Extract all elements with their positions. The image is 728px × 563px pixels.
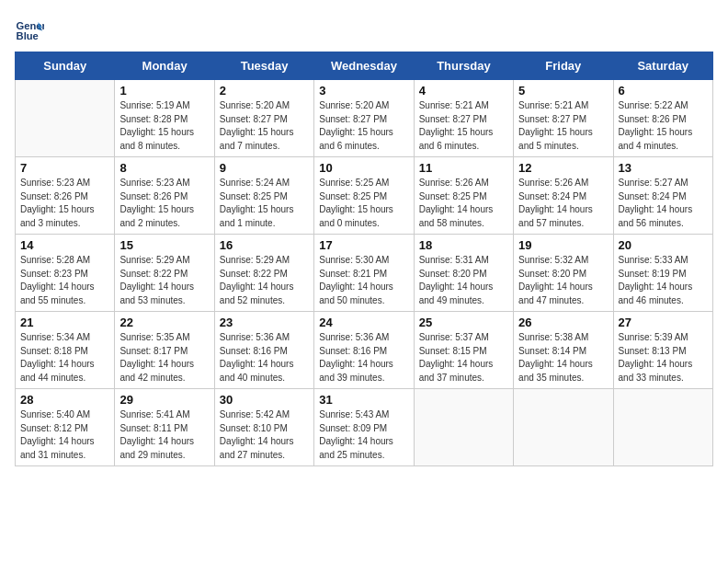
- calendar-cell: 27Sunrise: 5:39 AM Sunset: 8:13 PM Dayli…: [613, 312, 712, 389]
- calendar-cell: 15Sunrise: 5:29 AM Sunset: 8:22 PM Dayli…: [115, 235, 214, 312]
- calendar-cell: 10Sunrise: 5:25 AM Sunset: 8:25 PM Dayli…: [314, 157, 414, 235]
- calendar-cell: 4Sunrise: 5:21 AM Sunset: 8:27 PM Daylig…: [414, 80, 513, 157]
- calendar-cell: 13Sunrise: 5:27 AM Sunset: 8:24 PM Dayli…: [613, 157, 712, 235]
- day-info: Sunrise: 5:23 AM Sunset: 8:26 PM Dayligh…: [119, 177, 209, 230]
- logo-icon: General Blue: [15, 15, 44, 44]
- calendar-cell: 8Sunrise: 5:23 AM Sunset: 8:26 PM Daylig…: [115, 157, 214, 235]
- day-number: 8: [119, 161, 209, 175]
- day-number: 13: [619, 161, 708, 175]
- day-info: Sunrise: 5:22 AM Sunset: 8:26 PM Dayligh…: [619, 99, 708, 153]
- day-number: 28: [20, 393, 109, 407]
- calendar-cell: 29Sunrise: 5:41 AM Sunset: 8:11 PM Dayli…: [115, 389, 214, 466]
- weekday-header-monday: Monday: [115, 52, 214, 80]
- page-header: General Blue: [15, 15, 713, 44]
- day-number: 24: [319, 316, 408, 329]
- day-info: Sunrise: 5:27 AM Sunset: 8:24 PM Dayligh…: [619, 177, 708, 230]
- weekday-header-tuesday: Tuesday: [214, 52, 313, 80]
- day-info: Sunrise: 5:40 AM Sunset: 8:12 PM Dayligh…: [20, 408, 109, 462]
- calendar-table: SundayMondayTuesdayWednesdayThursdayFrid…: [15, 52, 713, 466]
- day-number: 25: [419, 316, 508, 329]
- day-info: Sunrise: 5:42 AM Sunset: 8:10 PM Dayligh…: [220, 408, 309, 462]
- calendar-cell: [514, 389, 613, 466]
- calendar-week-2: 7Sunrise: 5:23 AM Sunset: 8:26 PM Daylig…: [16, 157, 713, 235]
- calendar-cell: 14Sunrise: 5:28 AM Sunset: 8:23 PM Dayli…: [16, 235, 115, 312]
- calendar-cell: [16, 80, 115, 157]
- day-number: 12: [518, 161, 608, 175]
- day-number: 3: [319, 84, 408, 98]
- calendar-cell: 1Sunrise: 5:19 AM Sunset: 8:28 PM Daylig…: [115, 80, 214, 157]
- day-info: Sunrise: 5:39 AM Sunset: 8:13 PM Dayligh…: [619, 331, 708, 385]
- calendar-cell: 6Sunrise: 5:22 AM Sunset: 8:26 PM Daylig…: [613, 80, 712, 157]
- day-number: 4: [419, 84, 508, 98]
- calendar-cell: 28Sunrise: 5:40 AM Sunset: 8:12 PM Dayli…: [16, 389, 115, 466]
- day-number: 18: [419, 238, 508, 252]
- day-info: Sunrise: 5:41 AM Sunset: 8:11 PM Dayligh…: [119, 408, 209, 462]
- calendar-week-3: 14Sunrise: 5:28 AM Sunset: 8:23 PM Dayli…: [16, 235, 713, 312]
- day-number: 1: [119, 84, 209, 98]
- day-info: Sunrise: 5:20 AM Sunset: 8:27 PM Dayligh…: [319, 99, 408, 153]
- calendar-cell: 7Sunrise: 5:23 AM Sunset: 8:26 PM Daylig…: [16, 157, 115, 235]
- day-number: 17: [319, 238, 408, 252]
- day-number: 2: [220, 84, 309, 98]
- calendar-cell: 20Sunrise: 5:33 AM Sunset: 8:19 PM Dayli…: [613, 235, 712, 312]
- day-info: Sunrise: 5:31 AM Sunset: 8:20 PM Dayligh…: [419, 254, 508, 307]
- day-info: Sunrise: 5:36 AM Sunset: 8:16 PM Dayligh…: [319, 331, 408, 385]
- day-info: Sunrise: 5:43 AM Sunset: 8:09 PM Dayligh…: [319, 408, 408, 462]
- day-info: Sunrise: 5:23 AM Sunset: 8:26 PM Dayligh…: [20, 177, 109, 230]
- svg-text:Blue: Blue: [17, 30, 39, 41]
- calendar-cell: 30Sunrise: 5:42 AM Sunset: 8:10 PM Dayli…: [214, 389, 313, 466]
- day-number: 10: [319, 161, 408, 175]
- calendar-cell: 31Sunrise: 5:43 AM Sunset: 8:09 PM Dayli…: [314, 389, 414, 466]
- calendar-cell: 17Sunrise: 5:30 AM Sunset: 8:21 PM Dayli…: [314, 235, 414, 312]
- day-number: 14: [20, 238, 109, 252]
- day-info: Sunrise: 5:29 AM Sunset: 8:22 PM Dayligh…: [119, 254, 209, 307]
- weekday-header-wednesday: Wednesday: [314, 52, 414, 80]
- day-info: Sunrise: 5:37 AM Sunset: 8:15 PM Dayligh…: [419, 331, 508, 385]
- weekday-header-friday: Friday: [514, 52, 613, 80]
- calendar-cell: 9Sunrise: 5:24 AM Sunset: 8:25 PM Daylig…: [214, 157, 313, 235]
- day-number: 27: [619, 316, 708, 329]
- day-number: 30: [220, 393, 309, 407]
- calendar-week-4: 21Sunrise: 5:34 AM Sunset: 8:18 PM Dayli…: [16, 312, 713, 389]
- day-number: 9: [220, 161, 309, 175]
- day-info: Sunrise: 5:21 AM Sunset: 8:27 PM Dayligh…: [419, 99, 508, 153]
- calendar-week-5: 28Sunrise: 5:40 AM Sunset: 8:12 PM Dayli…: [16, 389, 713, 466]
- day-number: 5: [518, 84, 608, 98]
- calendar-cell: 18Sunrise: 5:31 AM Sunset: 8:20 PM Dayli…: [414, 235, 513, 312]
- calendar-cell: 19Sunrise: 5:32 AM Sunset: 8:20 PM Dayli…: [514, 235, 613, 312]
- day-number: 11: [419, 161, 508, 175]
- calendar-cell: 23Sunrise: 5:36 AM Sunset: 8:16 PM Dayli…: [214, 312, 313, 389]
- calendar-cell: 22Sunrise: 5:35 AM Sunset: 8:17 PM Dayli…: [115, 312, 214, 389]
- day-info: Sunrise: 5:19 AM Sunset: 8:28 PM Dayligh…: [119, 99, 209, 153]
- calendar-cell: 11Sunrise: 5:26 AM Sunset: 8:25 PM Dayli…: [414, 157, 513, 235]
- calendar-cell: 26Sunrise: 5:38 AM Sunset: 8:14 PM Dayli…: [514, 312, 613, 389]
- day-info: Sunrise: 5:29 AM Sunset: 8:22 PM Dayligh…: [220, 254, 309, 307]
- calendar-cell: 3Sunrise: 5:20 AM Sunset: 8:27 PM Daylig…: [314, 80, 414, 157]
- day-info: Sunrise: 5:33 AM Sunset: 8:19 PM Dayligh…: [619, 254, 708, 307]
- calendar-cell: 5Sunrise: 5:21 AM Sunset: 8:27 PM Daylig…: [514, 80, 613, 157]
- calendar-cell: 25Sunrise: 5:37 AM Sunset: 8:15 PM Dayli…: [414, 312, 513, 389]
- day-number: 20: [619, 238, 708, 252]
- day-info: Sunrise: 5:34 AM Sunset: 8:18 PM Dayligh…: [20, 331, 109, 385]
- day-number: 21: [20, 316, 109, 329]
- day-info: Sunrise: 5:21 AM Sunset: 8:27 PM Dayligh…: [518, 99, 608, 153]
- weekday-header-thursday: Thursday: [414, 52, 513, 80]
- day-info: Sunrise: 5:28 AM Sunset: 8:23 PM Dayligh…: [20, 254, 109, 307]
- calendar-cell: [414, 389, 513, 466]
- calendar-cell: 16Sunrise: 5:29 AM Sunset: 8:22 PM Dayli…: [214, 235, 313, 312]
- day-number: 6: [619, 84, 708, 98]
- day-info: Sunrise: 5:38 AM Sunset: 8:14 PM Dayligh…: [518, 331, 608, 385]
- day-info: Sunrise: 5:35 AM Sunset: 8:17 PM Dayligh…: [119, 331, 209, 385]
- day-number: 26: [518, 316, 608, 329]
- day-info: Sunrise: 5:24 AM Sunset: 8:25 PM Dayligh…: [220, 177, 309, 230]
- day-info: Sunrise: 5:30 AM Sunset: 8:21 PM Dayligh…: [319, 254, 408, 307]
- calendar-cell: 21Sunrise: 5:34 AM Sunset: 8:18 PM Dayli…: [16, 312, 115, 389]
- day-info: Sunrise: 5:25 AM Sunset: 8:25 PM Dayligh…: [319, 177, 408, 230]
- day-number: 22: [119, 316, 209, 329]
- day-number: 23: [220, 316, 309, 329]
- weekday-header-saturday: Saturday: [613, 52, 712, 80]
- day-info: Sunrise: 5:20 AM Sunset: 8:27 PM Dayligh…: [220, 99, 309, 153]
- day-info: Sunrise: 5:26 AM Sunset: 8:25 PM Dayligh…: [419, 177, 508, 230]
- calendar-cell: 12Sunrise: 5:26 AM Sunset: 8:24 PM Dayli…: [514, 157, 613, 235]
- weekday-header-sunday: Sunday: [16, 52, 115, 80]
